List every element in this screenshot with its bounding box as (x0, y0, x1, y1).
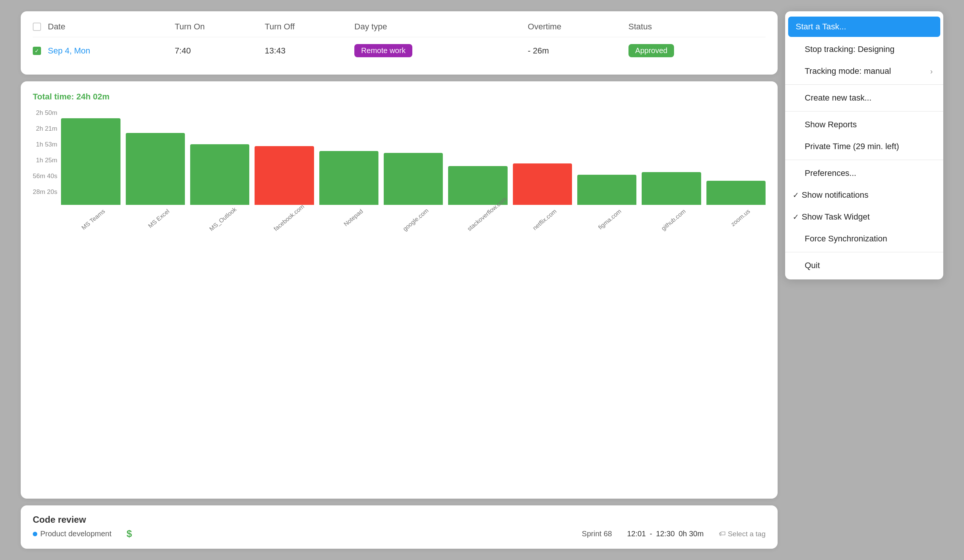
menu-item-force-sync[interactable]: Force Synchronization (785, 228, 943, 250)
bar-label: Notepad (337, 208, 365, 232)
col-turn-off: Turn Off (265, 22, 354, 37)
task-project: Product development (33, 529, 111, 538)
menu-item-show-task-widget[interactable]: ✓Show Task Widget (785, 206, 943, 228)
col-turn-on: Turn On (175, 22, 265, 37)
bar-label: google.com (401, 208, 429, 232)
task-card: Code review Product development $ Sprint… (21, 505, 778, 549)
task-tag[interactable]: 🏷 Select a tag (719, 530, 765, 538)
menu-item-tracking-mode[interactable]: Tracking mode: manual› (785, 60, 943, 82)
row-overtime: - 26m (528, 37, 629, 64)
bar (61, 118, 120, 205)
bar (254, 146, 314, 205)
col-date: Date (48, 22, 175, 37)
chart-area: 2h 50m 2h 21m 1h 53m 1h 25m 56m 40s 28m … (33, 109, 765, 215)
bar (448, 166, 507, 205)
row-date: Sep 4, Mon (48, 37, 175, 64)
menu-item-label: Show Reports (805, 120, 933, 130)
menu-item-show-reports[interactable]: Show Reports (785, 114, 943, 135)
bar (707, 181, 765, 205)
task-details: Product development $ Sprint 68 12:01 - … (33, 528, 765, 540)
bar-label: github.com (660, 208, 687, 232)
bar (513, 163, 572, 205)
menu-item-stop-tracking[interactable]: Stop tracking: Designing (785, 38, 943, 60)
select-all-checkbox[interactable] (33, 23, 41, 31)
chart-title: Total time: 24h 02m (33, 92, 765, 102)
task-duration: 0h 30m (679, 529, 704, 538)
menu-item-show-notifications[interactable]: ✓Show notifications (785, 184, 943, 206)
bar-label: stackoverflow.com (466, 208, 494, 232)
row-checkbox[interactable] (33, 47, 41, 55)
status-badge: Approved (629, 44, 674, 57)
tag-placeholder: Select a tag (728, 530, 765, 538)
bar (319, 151, 378, 205)
bar-group: stackoverflow.com (448, 166, 507, 215)
table-row: Sep 4, Mon 7:40 13:43 Remote work - 26m … (33, 37, 765, 64)
menu-item-label: Show Task Widget (802, 212, 933, 222)
col-status: Status (629, 22, 765, 37)
chart-bars: MS TeamsMS ExcelMS_Outlookfacebook.comNo… (61, 128, 765, 215)
col-day-type: Day type (354, 22, 528, 37)
menu-check-icon: ✓ (793, 212, 802, 221)
context-menu-panel: Start a Task...Stop tracking: DesigningT… (785, 11, 943, 549)
bar (190, 144, 249, 205)
menu-item-label: Tracking mode: manual (805, 66, 930, 76)
bar-label: figma.com (595, 208, 622, 232)
chart-y-labels: 2h 50m 2h 21m 1h 53m 1h 25m 56m 40s 28m … (33, 109, 57, 215)
bar-group: github.com (642, 172, 701, 215)
task-end-time: 12:30 (656, 529, 675, 538)
menu-item-label: Create new task... (805, 93, 933, 103)
menu-check-icon: ✓ (793, 190, 802, 200)
menu-item-private-time[interactable]: Private Time (29 min. left) (785, 135, 943, 158)
time-table-card: Date Turn On Turn Off Day type Overtime … (21, 11, 778, 75)
menu-item-label: Show notifications (802, 190, 933, 200)
menu-divider (785, 85, 943, 85)
bar-group: MS Excel (126, 133, 185, 215)
menu-divider (785, 252, 943, 252)
task-name: Code review (33, 514, 765, 525)
menu-item-quit[interactable]: Quit (785, 255, 943, 277)
bar-group: MS Teams (61, 118, 120, 215)
bar-label: MS Excel (143, 208, 171, 232)
menu-item-label: Stop tracking: Designing (805, 44, 933, 54)
bar-group: netflix.com (513, 163, 572, 215)
menu-chevron-icon: › (930, 67, 933, 76)
row-turn-off: 13:43 (265, 37, 354, 64)
bar (384, 153, 443, 205)
col-overtime: Overtime (528, 22, 629, 37)
menu-item-preferences[interactable]: Preferences... (785, 162, 943, 184)
bar-label: netflix.com (531, 208, 558, 232)
menu-divider (785, 160, 943, 160)
context-menu: Start a Task...Stop tracking: DesigningT… (785, 11, 943, 280)
bar-group: Notepad (319, 151, 378, 215)
tag-icon: 🏷 (719, 530, 726, 538)
bar-group: facebook.com (254, 146, 314, 215)
bar-group: zoom.us (707, 181, 765, 215)
menu-item-label: Quit (805, 260, 933, 270)
menu-item-create-task[interactable]: Create new task... (785, 87, 943, 109)
project-dot (33, 532, 37, 536)
bar-label: MS_Outlook (208, 208, 235, 232)
bar-label: facebook.com (273, 208, 300, 232)
task-start-time: 12:01 (627, 529, 646, 538)
day-type-badge: Remote work (354, 44, 412, 57)
task-time-separator: - (650, 529, 652, 538)
chart-card: Total time: 24h 02m 2h 50m 2h 21m 1h 53m… (21, 81, 778, 499)
bar-group: google.com (384, 153, 443, 215)
bar-group: MS_Outlook (190, 144, 249, 215)
menu-item-label: Private Time (29 min. left) (805, 142, 933, 151)
menu-item-label: Start a Task... (796, 22, 933, 32)
bar (642, 172, 701, 205)
time-table: Date Turn On Turn Off Day type Overtime … (33, 22, 765, 64)
bar-label: MS Teams (79, 208, 107, 232)
bar (126, 133, 185, 205)
task-billing-icon: $ (127, 528, 132, 540)
chart-total-time: 24h 02m (77, 92, 109, 101)
bar-label: zoom.us (724, 208, 752, 232)
menu-divider (785, 111, 943, 111)
menu-item-label: Preferences... (805, 168, 933, 178)
row-turn-on: 7:40 (175, 37, 265, 64)
menu-item-start-task[interactable]: Start a Task... (788, 16, 940, 37)
menu-item-label: Force Synchronization (805, 234, 933, 244)
project-name: Product development (40, 529, 111, 538)
bar-group: figma.com (577, 175, 637, 215)
